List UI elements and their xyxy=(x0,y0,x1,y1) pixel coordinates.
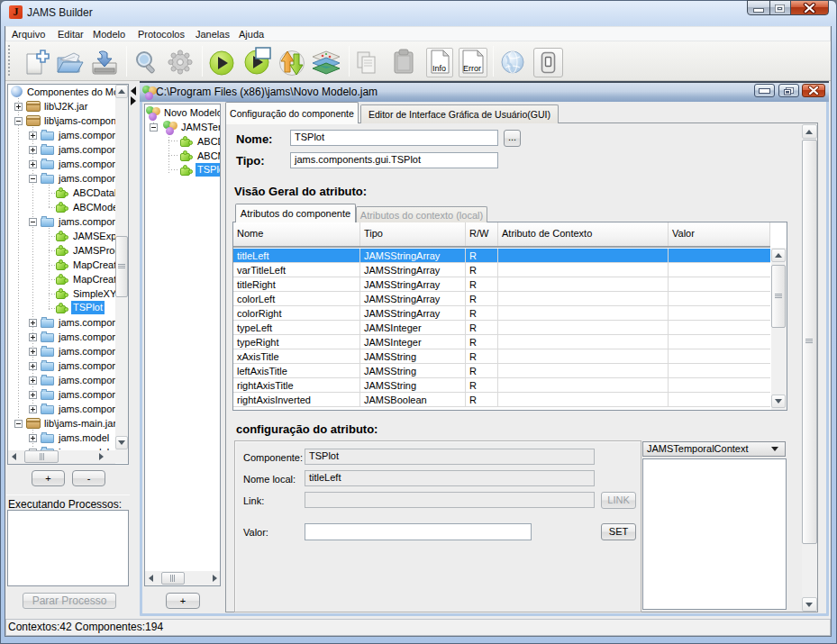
svg-text:Info: Info xyxy=(432,64,446,73)
svg-text:Error: Error xyxy=(463,64,481,73)
